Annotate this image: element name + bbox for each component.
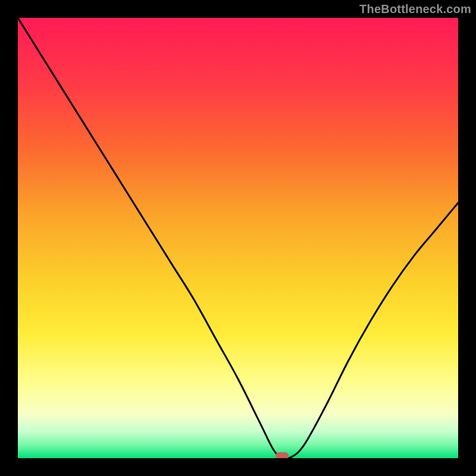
curve-path	[18, 18, 458, 458]
bottleneck-curve	[18, 18, 458, 458]
plot-area	[18, 18, 458, 458]
chart-frame: TheBottleneck.com	[0, 0, 476, 476]
min-marker	[275, 452, 289, 458]
watermark-text: TheBottleneck.com	[359, 2, 471, 16]
